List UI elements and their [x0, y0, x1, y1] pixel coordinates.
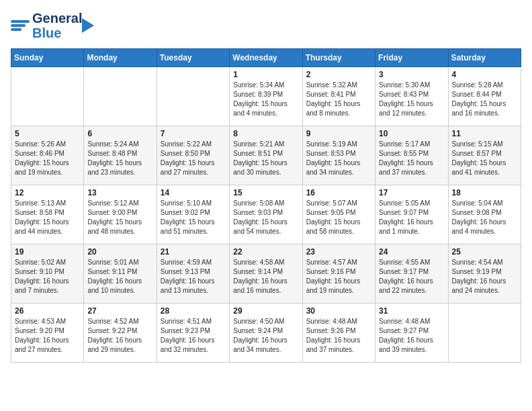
day-info: Sunrise: 5:17 AMSunset: 8:55 PMDaylight:… — [379, 140, 444, 177]
day-info: Sunrise: 4:54 AMSunset: 9:19 PMDaylight:… — [452, 258, 517, 295]
calendar-cell: 30Sunrise: 4:48 AMSunset: 9:26 PMDayligh… — [302, 304, 375, 363]
calendar-cell: 5Sunrise: 5:26 AMSunset: 8:46 PMDaylight… — [11, 126, 84, 185]
day-number: 31 — [379, 306, 444, 316]
calendar-cell — [448, 304, 521, 363]
calendar-cell: 14Sunrise: 5:10 AMSunset: 9:02 PMDayligh… — [157, 185, 229, 244]
day-number: 16 — [306, 188, 371, 197]
column-header-friday: Friday — [375, 49, 448, 67]
day-number: 22 — [233, 247, 298, 257]
day-info: Sunrise: 4:51 AMSunset: 9:23 PMDaylight:… — [161, 317, 226, 355]
calendar-cell: 8Sunrise: 5:21 AMSunset: 8:51 PMDaylight… — [230, 126, 302, 185]
calendar-cell: 15Sunrise: 5:08 AMSunset: 9:03 PMDayligh… — [230, 185, 302, 244]
calendar-cell: 31Sunrise: 4:48 AMSunset: 9:27 PMDayligh… — [375, 304, 448, 363]
calendar-week-row: 5Sunrise: 5:26 AMSunset: 8:46 PMDaylight… — [11, 126, 521, 185]
day-info: Sunrise: 5:19 AMSunset: 8:53 PMDaylight:… — [306, 140, 371, 177]
column-header-thursday: Thursday — [302, 49, 375, 67]
day-number: 29 — [233, 306, 298, 316]
day-info: Sunrise: 5:13 AMSunset: 8:58 PMDaylight:… — [15, 199, 80, 236]
day-number: 18 — [452, 188, 517, 197]
calendar-cell: 28Sunrise: 4:51 AMSunset: 9:23 PMDayligh… — [157, 304, 229, 363]
logo-icon — [11, 20, 30, 31]
day-number: 12 — [15, 188, 80, 197]
calendar-cell: 4Sunrise: 5:28 AMSunset: 8:44 PMDaylight… — [448, 67, 521, 126]
day-info: Sunrise: 5:10 AMSunset: 9:02 PMDaylight:… — [161, 199, 226, 236]
logo-general: General — [32, 11, 82, 26]
svg-marker-0 — [82, 18, 94, 33]
day-info: Sunrise: 5:12 AMSunset: 9:00 PMDaylight:… — [87, 199, 152, 236]
day-info: Sunrise: 4:57 AMSunset: 9:16 PMDaylight:… — [306, 258, 371, 295]
calendar-cell: 20Sunrise: 5:01 AMSunset: 9:11 PMDayligh… — [84, 244, 157, 304]
day-info: Sunrise: 5:02 AMSunset: 9:10 PMDaylight:… — [15, 258, 80, 295]
day-number: 17 — [379, 188, 444, 197]
calendar-cell: 26Sunrise: 4:53 AMSunset: 9:20 PMDayligh… — [11, 304, 84, 363]
calendar-cell: 3Sunrise: 5:30 AMSunset: 8:43 PMDaylight… — [375, 67, 448, 126]
day-info: Sunrise: 4:55 AMSunset: 9:17 PMDaylight:… — [379, 258, 444, 295]
calendar-cell — [84, 67, 157, 126]
calendar-cell: 16Sunrise: 5:07 AMSunset: 9:05 PMDayligh… — [302, 185, 375, 244]
day-number: 20 — [87, 247, 152, 257]
day-number: 10 — [379, 129, 444, 138]
calendar-week-row: 12Sunrise: 5:13 AMSunset: 8:58 PMDayligh… — [11, 185, 521, 244]
day-info: Sunrise: 5:32 AMSunset: 8:41 PMDaylight:… — [306, 81, 371, 118]
day-info: Sunrise: 5:01 AMSunset: 9:11 PMDaylight:… — [87, 258, 152, 295]
calendar-week-row: 19Sunrise: 5:02 AMSunset: 9:10 PMDayligh… — [11, 244, 521, 304]
calendar-header-row: SundayMondayTuesdayWednesdayThursdayFrid… — [11, 49, 521, 67]
day-info: Sunrise: 4:58 AMSunset: 9:14 PMDaylight:… — [233, 258, 298, 295]
day-info: Sunrise: 5:21 AMSunset: 8:51 PMDaylight:… — [233, 140, 298, 177]
logo-arrow-icon — [82, 18, 94, 33]
day-number: 4 — [452, 70, 517, 79]
calendar-cell: 9Sunrise: 5:19 AMSunset: 8:53 PMDaylight… — [302, 126, 375, 185]
calendar-cell: 11Sunrise: 5:15 AMSunset: 8:57 PMDayligh… — [448, 126, 521, 185]
day-info: Sunrise: 5:05 AMSunset: 9:07 PMDaylight:… — [379, 199, 444, 236]
calendar-cell: 23Sunrise: 4:57 AMSunset: 9:16 PMDayligh… — [302, 244, 375, 304]
day-number: 30 — [306, 306, 371, 316]
day-number: 27 — [87, 306, 152, 316]
day-info: Sunrise: 4:53 AMSunset: 9:20 PMDaylight:… — [15, 317, 80, 355]
calendar-cell: 17Sunrise: 5:05 AMSunset: 9:07 PMDayligh… — [375, 185, 448, 244]
day-number: 6 — [87, 129, 152, 138]
day-number: 23 — [306, 247, 371, 257]
day-info: Sunrise: 4:50 AMSunset: 9:24 PMDaylight:… — [233, 317, 298, 355]
day-number: 21 — [161, 247, 226, 257]
calendar-cell: 10Sunrise: 5:17 AMSunset: 8:55 PMDayligh… — [375, 126, 448, 185]
logo: General Blue — [11, 11, 94, 40]
day-info: Sunrise: 5:28 AMSunset: 8:44 PMDaylight:… — [452, 81, 517, 118]
calendar-week-row: 1Sunrise: 5:34 AMSunset: 8:39 PMDaylight… — [11, 67, 521, 126]
calendar-cell: 12Sunrise: 5:13 AMSunset: 8:58 PMDayligh… — [11, 185, 84, 244]
calendar-cell: 2Sunrise: 5:32 AMSunset: 8:41 PMDaylight… — [302, 67, 375, 126]
day-number: 7 — [161, 129, 226, 138]
day-number: 28 — [161, 306, 226, 316]
day-info: Sunrise: 5:15 AMSunset: 8:57 PMDaylight:… — [452, 140, 517, 177]
day-info: Sunrise: 4:48 AMSunset: 9:27 PMDaylight:… — [379, 317, 444, 355]
day-info: Sunrise: 5:07 AMSunset: 9:05 PMDaylight:… — [306, 199, 371, 236]
calendar-cell: 6Sunrise: 5:24 AMSunset: 8:48 PMDaylight… — [84, 126, 157, 185]
logo-blue: Blue — [32, 26, 82, 40]
column-header-monday: Monday — [84, 49, 157, 67]
day-info: Sunrise: 5:30 AMSunset: 8:43 PMDaylight:… — [379, 81, 444, 118]
calendar-cell — [11, 67, 84, 126]
calendar-cell: 13Sunrise: 5:12 AMSunset: 9:00 PMDayligh… — [84, 185, 157, 244]
day-number: 1 — [233, 70, 298, 79]
day-number: 2 — [306, 70, 371, 79]
day-info: Sunrise: 5:22 AMSunset: 8:50 PMDaylight:… — [161, 140, 226, 177]
calendar-table: SundayMondayTuesdayWednesdayThursdayFrid… — [11, 48, 521, 363]
day-info: Sunrise: 5:34 AMSunset: 8:39 PMDaylight:… — [233, 81, 298, 118]
calendar-cell — [157, 67, 229, 126]
day-number: 8 — [233, 129, 298, 138]
calendar-cell: 25Sunrise: 4:54 AMSunset: 9:19 PMDayligh… — [448, 244, 521, 304]
day-number: 19 — [15, 247, 80, 257]
column-header-saturday: Saturday — [448, 49, 521, 67]
calendar-cell: 22Sunrise: 4:58 AMSunset: 9:14 PMDayligh… — [230, 244, 302, 304]
day-info: Sunrise: 5:26 AMSunset: 8:46 PMDaylight:… — [15, 140, 80, 177]
page-header: General Blue — [11, 11, 521, 40]
day-number: 11 — [452, 129, 517, 138]
day-info: Sunrise: 5:08 AMSunset: 9:03 PMDaylight:… — [233, 199, 298, 236]
calendar-cell: 18Sunrise: 5:04 AMSunset: 9:08 PMDayligh… — [448, 185, 521, 244]
column-header-tuesday: Tuesday — [157, 49, 229, 67]
column-header-sunday: Sunday — [11, 49, 84, 67]
calendar-cell: 27Sunrise: 4:52 AMSunset: 9:22 PMDayligh… — [84, 304, 157, 363]
day-number: 5 — [15, 129, 80, 138]
calendar-cell: 1Sunrise: 5:34 AMSunset: 8:39 PMDaylight… — [230, 67, 302, 126]
day-number: 3 — [379, 70, 444, 79]
day-info: Sunrise: 4:48 AMSunset: 9:26 PMDaylight:… — [306, 317, 371, 355]
